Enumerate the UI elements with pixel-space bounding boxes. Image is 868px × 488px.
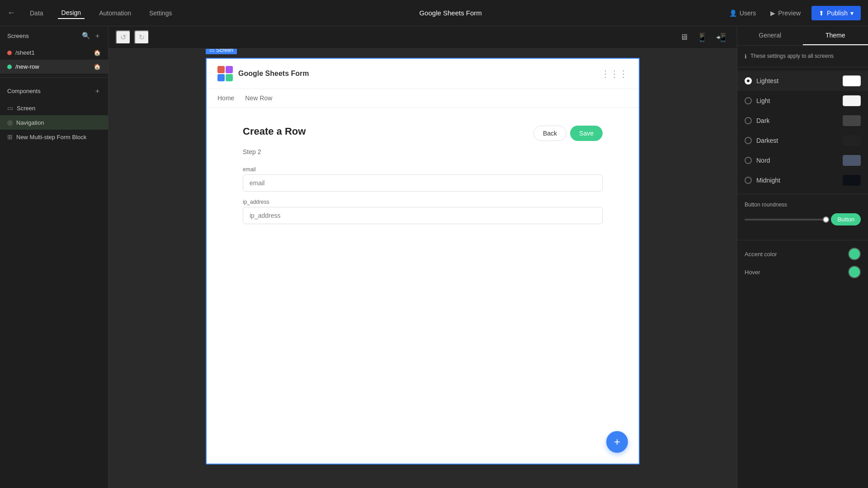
theme-info-text: These settings apply to all screens	[750, 53, 834, 59]
left-sidebar: Screens 🔍 ＋ /sheet1 🏠 /new-row 🏠 Compone…	[0, 26, 108, 488]
roundness-slider[interactable]	[745, 219, 827, 221]
add-screen-icon[interactable]: ＋	[94, 32, 101, 40]
hover-color-swatch[interactable]	[848, 266, 861, 278]
theme-midnight[interactable]: Midnight	[737, 170, 868, 190]
screen-label: ▭ Screen	[206, 49, 237, 54]
screens-label: Screens	[7, 33, 29, 39]
screen-new-row-label: /new-row	[15, 63, 39, 70]
email-label: email	[243, 166, 603, 173]
logo-cell-3	[217, 74, 225, 81]
theme-nord-label: Nord	[756, 157, 770, 164]
nav-left: ← Data Design Automation Settings	[7, 7, 176, 19]
button-roundness-section: Button roundness Button	[737, 194, 868, 240]
theme-light[interactable]: Light	[737, 91, 868, 111]
home-icon: 🏠	[94, 49, 101, 56]
form-step: Step 2	[243, 148, 603, 155]
app-nav: Home New Row	[207, 89, 639, 108]
theme-dark[interactable]: Dark	[737, 111, 868, 131]
roundness-thumb	[823, 216, 829, 223]
form-heading: Create a Row	[243, 126, 306, 137]
accent-color-swatch[interactable]	[848, 248, 861, 260]
nav-automation[interactable]: Automation	[95, 8, 135, 19]
theme-darkest-label: Darkest	[756, 137, 778, 144]
navigation-comp-icon: ◎	[7, 119, 13, 126]
tab-general[interactable]: General	[737, 26, 803, 45]
logo-cell-2	[226, 66, 233, 73]
form-content: Create a Row Back Save Step 2 email ip_a…	[207, 108, 639, 249]
back-button[interactable]: ←	[7, 8, 15, 18]
search-icon[interactable]: 🔍	[82, 32, 90, 40]
desktop-view-button[interactable]: 🖥	[676, 31, 692, 44]
theme-light-label: Light	[756, 97, 770, 104]
screen-item-new-row[interactable]: /new-row 🏠	[0, 60, 108, 74]
radio-nord	[745, 157, 752, 164]
button-roundness-label: Button roundness	[745, 202, 861, 208]
theme-nord[interactable]: Nord	[737, 150, 868, 170]
canvas-wrapper[interactable]: ▭ Screen Google Sheets Form ⋮⋮⋮	[108, 49, 737, 488]
field-email: email	[243, 166, 603, 192]
nav-new-row-link[interactable]: New Row	[245, 94, 272, 102]
theme-darkest[interactable]: Darkest	[737, 131, 868, 150]
screens-section-header: Screens 🔍 ＋	[0, 26, 108, 46]
radio-midnight	[745, 177, 752, 184]
radio-lightest	[745, 77, 752, 84]
component-navigation[interactable]: ◎ Navigation	[0, 115, 108, 130]
screen-comp-label: Screen	[17, 105, 35, 112]
nav-design[interactable]: Design	[58, 7, 85, 19]
chevron-down-icon: ▾	[850, 9, 854, 17]
email-input[interactable]	[243, 174, 603, 192]
form-block-label: New Multi-step Form Block	[16, 134, 86, 141]
nav-home-link[interactable]: Home	[217, 94, 234, 102]
button-preview[interactable]: Button	[831, 213, 861, 225]
nav-settings[interactable]: Settings	[146, 8, 176, 19]
screen-dot-green	[7, 65, 12, 69]
user-icon: 👤	[729, 9, 737, 17]
theme-preview-darkest	[843, 135, 861, 146]
form-actions-row: Create a Row Back Save	[243, 126, 603, 141]
accent-color-label: Accent color	[745, 251, 777, 258]
tablet-view-button[interactable]: 📱	[693, 31, 711, 44]
nav-right: 👤 Users ▶ Preview ⬆ Publish ▾	[726, 6, 861, 20]
screen-sheet1-label: /sheet1	[15, 49, 35, 56]
mobile-view-button[interactable]: 📲	[712, 31, 730, 44]
form-block-icon: ⊞	[7, 133, 13, 141]
component-form-block[interactable]: ⊞ New Multi-step Form Block	[0, 130, 108, 144]
view-buttons: 🖥 📱 📲	[676, 31, 730, 44]
header-dots-icon[interactable]: ⋮⋮⋮	[601, 68, 628, 79]
preview-button[interactable]: ▶ Preview	[767, 8, 804, 19]
screen-comp-icon: ▭	[7, 104, 13, 112]
screens-actions: 🔍 ＋	[82, 32, 101, 40]
canvas-area: ↺ ↻ 🖥 📱 📲 ▭ Screen	[108, 26, 737, 488]
info-icon: ℹ	[745, 53, 747, 60]
page-title: Google Sheets Form	[176, 9, 726, 17]
component-screen[interactable]: ▭ Screen	[0, 101, 108, 115]
theme-lightest-label: Lightest	[756, 77, 778, 84]
fab-button[interactable]: +	[606, 431, 628, 453]
theme-preview-nord	[843, 155, 861, 166]
form-buttons: Back Save	[533, 126, 603, 141]
ip-address-input[interactable]	[243, 207, 603, 224]
redo-button[interactable]: ↻	[134, 30, 149, 44]
navigation-comp-label: Navigation	[16, 119, 44, 126]
screen-frame: ▭ Screen Google Sheets Form ⋮⋮⋮	[206, 58, 640, 465]
theme-lightest[interactable]: Lightest	[737, 71, 868, 91]
users-button[interactable]: 👤 Users	[726, 8, 760, 19]
theme-info: ℹ These settings apply to all screens	[737, 46, 868, 67]
back-button-form[interactable]: Back	[533, 126, 566, 141]
screen-item-sheet1[interactable]: /sheet1 🏠	[0, 46, 108, 60]
app-logo	[217, 66, 233, 81]
hover-color-row: Hover	[745, 266, 861, 278]
tab-theme[interactable]: Theme	[803, 26, 868, 45]
theme-dark-label: Dark	[756, 117, 770, 124]
add-component-icon[interactable]: ＋	[94, 87, 101, 95]
save-button-form[interactable]: Save	[570, 126, 603, 141]
nav-data[interactable]: Data	[26, 8, 47, 19]
undo-button[interactable]: ↺	[116, 30, 131, 44]
field-ip-address: ip_address	[243, 199, 603, 224]
publish-button[interactable]: ⬆ Publish ▾	[811, 6, 861, 20]
accent-color-section: Accent color Hover	[737, 240, 868, 291]
app-title: Google Sheets Form	[238, 70, 601, 78]
app-header: Google Sheets Form ⋮⋮⋮	[207, 59, 639, 89]
sidebar-divider	[0, 77, 108, 78]
theme-midnight-label: Midnight	[756, 177, 780, 184]
